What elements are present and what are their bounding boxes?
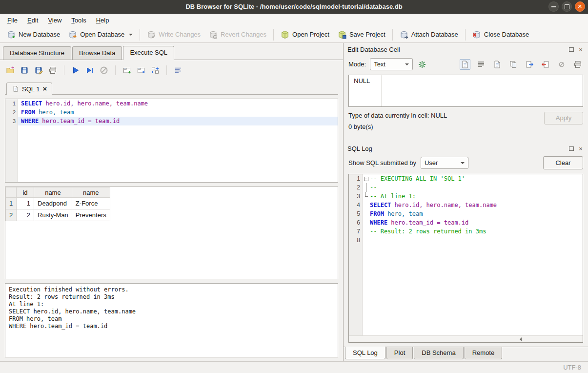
code-line: FROM hero, team	[18, 108, 338, 117]
fold-marker-icon[interactable]	[363, 174, 370, 183]
tab-database-structure[interactable]: Database Structure	[3, 46, 71, 60]
open-sql-file-icon[interactable]	[5, 65, 16, 76]
results-grid: id name name 1 1 Deadpond Z-Force	[5, 186, 338, 279]
auto-detect-icon[interactable]	[417, 59, 427, 70]
open-project-label: Open Project	[292, 31, 329, 38]
sql-log-title: SQL Log	[347, 145, 566, 152]
apply-button[interactable]: Apply	[544, 112, 583, 124]
execution-message[interactable]: Execution finished without errors. Resul…	[5, 283, 338, 357]
revert-changes-button[interactable]: Revert Changes	[205, 28, 270, 41]
close-dock-icon[interactable]	[577, 47, 584, 53]
cell[interactable]: 1	[17, 198, 34, 209]
toolbar-separator	[273, 29, 274, 41]
find-replace-icon[interactable]	[150, 65, 161, 76]
sql-editor[interactable]: 1 SELECT hero.id, hero.name, team.name 2…	[5, 99, 338, 183]
toolbar-separator	[465, 29, 466, 41]
write-changes-icon	[147, 30, 156, 39]
close-window-icon[interactable]	[575, 1, 585, 12]
copy-cell-icon[interactable]	[508, 59, 519, 70]
text-document-icon[interactable]	[492, 59, 503, 70]
open-database-caret-icon[interactable]	[129, 34, 133, 38]
edit-cell-title: Edit Database Cell	[347, 46, 566, 53]
sql-log-view[interactable]: 1 -- EXECUTING ALL IN 'SQL 1' 2 -- 3 -- …	[348, 174, 583, 343]
justify-text-icon[interactable]	[476, 59, 487, 70]
save-project-button[interactable]: Save Project	[334, 28, 389, 41]
cell[interactable]: 2	[17, 209, 34, 221]
new-database-button[interactable]: New Database	[3, 28, 64, 41]
mode-select[interactable]: Text	[370, 58, 413, 70]
tab-plot[interactable]: Plot	[386, 347, 413, 359]
minimize-icon[interactable]	[548, 1, 559, 12]
log-horizontal-scrollbar[interactable]	[349, 335, 583, 342]
menu-file[interactable]: File	[3, 15, 22, 25]
new-database-label: New Database	[19, 31, 60, 38]
import-cell-icon[interactable]	[540, 59, 551, 70]
maximize-icon[interactable]	[562, 1, 572, 12]
close-database-button[interactable]: Close Database	[468, 28, 533, 41]
right-pane: Edit Database Cell Mode: Text	[344, 43, 588, 361]
new-sql-tab-icon[interactable]	[122, 65, 132, 76]
cell[interactable]: Deadpond	[34, 198, 72, 209]
cell[interactable]: Z-Force	[72, 198, 110, 209]
toolbar-separator	[140, 29, 140, 41]
stop-execution-icon[interactable]	[99, 65, 109, 76]
attach-database-button[interactable]: Attach Database	[396, 28, 462, 41]
tab-execute-sql[interactable]: Execute SQL	[123, 46, 174, 60]
print-cell-icon[interactable]	[572, 59, 583, 70]
tab-remote[interactable]: Remote	[465, 347, 503, 359]
open-project-icon	[281, 30, 289, 39]
open-project-button[interactable]: Open Project	[277, 28, 333, 41]
word-wrap-icon[interactable]	[460, 59, 470, 70]
menu-help[interactable]: Help	[92, 15, 114, 25]
open-sql-tab-icon[interactable]	[136, 65, 146, 76]
row-header[interactable]: 2	[6, 209, 17, 221]
execute-current-line-icon[interactable]	[84, 65, 95, 76]
menu-tools[interactable]: Tools	[67, 15, 90, 25]
float-dock-icon[interactable]	[568, 47, 575, 53]
float-dock-icon[interactable]	[568, 146, 575, 152]
encoding-indicator[interactable]: UTF-8	[563, 364, 581, 371]
log-line: 7 -- Result: 2 rows returned in 3ms	[349, 227, 583, 236]
sql-tab[interactable]: SQL 1	[6, 83, 52, 95]
line-number: 8	[349, 236, 363, 245]
column-header-id[interactable]: id	[17, 187, 34, 198]
log-filter-select[interactable]: User	[421, 157, 468, 169]
toolbar-separator	[166, 65, 167, 75]
sql-tab-close-icon[interactable]	[42, 85, 47, 93]
left-pane: Database Structure Browse Data Execute S…	[0, 43, 344, 361]
tab-sql-log[interactable]: SQL Log	[345, 347, 385, 359]
row-header[interactable]: 1	[6, 198, 17, 209]
tab-db-schema[interactable]: DB Schema	[414, 347, 463, 359]
line-number: 6	[349, 218, 363, 227]
close-dock-icon[interactable]	[577, 146, 584, 152]
log-line: 5 FROM hero, team	[349, 209, 583, 218]
log-line: 3 -- At line 1:	[349, 192, 583, 201]
clear-log-button[interactable]: Clear	[543, 156, 583, 169]
export-cell-icon[interactable]	[524, 59, 535, 70]
open-database-button[interactable]: Open Database	[64, 28, 137, 41]
execute-all-icon[interactable]	[70, 65, 81, 76]
column-header-name[interactable]: name	[34, 187, 72, 198]
cell[interactable]: Preventers	[72, 209, 110, 221]
tab-browse-data[interactable]: Browse Data	[72, 46, 122, 60]
mode-value: Text	[374, 61, 385, 68]
main-tab-bar: Database Structure Browse Data Execute S…	[0, 43, 343, 60]
print-sql-icon[interactable]	[47, 65, 58, 76]
editor-guide-line	[381, 75, 382, 106]
save-sql-file-as-icon[interactable]	[33, 65, 44, 76]
cell[interactable]: Rusty-Man	[34, 209, 72, 221]
set-null-icon[interactable]	[556, 59, 567, 70]
auto-format-icon[interactable]	[173, 65, 183, 76]
save-sql-file-icon[interactable]	[19, 65, 30, 76]
attach-database-icon	[400, 30, 408, 39]
column-header-name2[interactable]: name	[72, 187, 110, 198]
menu-edit[interactable]: Edit	[23, 15, 42, 25]
save-project-icon	[338, 30, 346, 39]
cell-mode-row: Mode: Text	[344, 55, 588, 75]
scroll-left-icon[interactable]	[349, 336, 588, 343]
write-changes-button[interactable]: Write Changes	[143, 28, 204, 41]
cell-value-editor[interactable]: NULL	[348, 75, 583, 107]
menu-view[interactable]: View	[43, 15, 66, 25]
editor-line: 2 FROM hero, team	[5, 108, 338, 117]
revert-changes-label: Revert Changes	[221, 31, 266, 38]
